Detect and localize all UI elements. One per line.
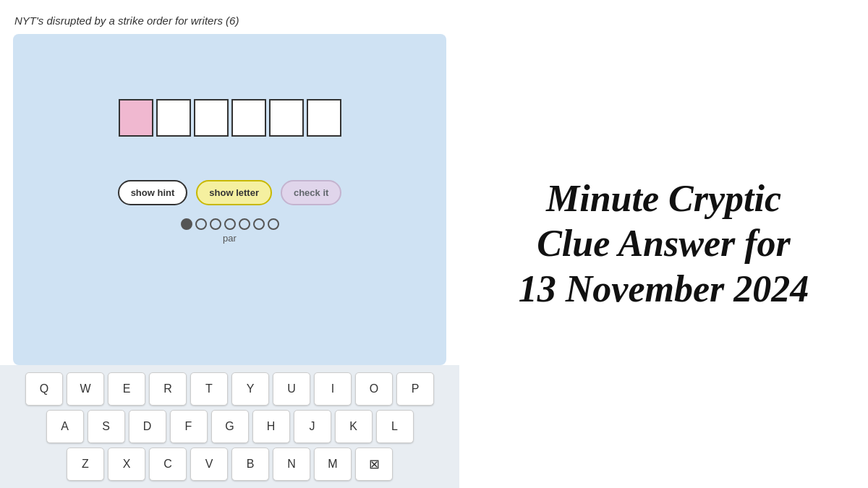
- circle-5: [239, 218, 250, 230]
- key-d[interactable]: D: [129, 410, 166, 443]
- show-letter-button[interactable]: show letter: [196, 180, 272, 205]
- letter-box-4[interactable]: [231, 99, 266, 137]
- game-area: show hint show letter check it par: [13, 34, 446, 365]
- progress-row: par: [181, 218, 279, 244]
- circle-3: [210, 218, 221, 230]
- buttons-row: show hint show letter check it: [118, 180, 342, 205]
- letter-box-5[interactable]: [269, 99, 304, 137]
- key-i[interactable]: I: [314, 372, 352, 406]
- keyboard: Q W E R T Y U I O P A S D F G H J K L Z …: [0, 365, 459, 488]
- letter-box-1[interactable]: [119, 99, 153, 137]
- left-panel: NYT's disrupted by a strike order for wr…: [0, 0, 459, 488]
- key-y[interactable]: Y: [231, 372, 269, 406]
- letter-box-6[interactable]: [307, 99, 341, 137]
- key-l[interactable]: L: [376, 410, 414, 443]
- backspace-key[interactable]: ⊠: [355, 448, 393, 481]
- circle-6: [253, 218, 265, 230]
- key-f[interactable]: F: [170, 410, 208, 443]
- key-v[interactable]: V: [190, 448, 228, 481]
- circle-2: [195, 218, 207, 230]
- headline-line2: Clue Answer for: [537, 223, 791, 264]
- right-panel: Minute Cryptic Clue Answer for 13 Novemb…: [459, 0, 868, 488]
- circle-1: [181, 218, 192, 230]
- key-z[interactable]: Z: [67, 448, 104, 481]
- keyboard-row-1: Q W E R T Y U I O P: [4, 372, 456, 406]
- key-b[interactable]: B: [231, 448, 269, 481]
- headline: Minute Cryptic Clue Answer for 13 Novemb…: [519, 176, 809, 312]
- headline-line1: Minute Cryptic: [546, 178, 781, 219]
- check-it-button[interactable]: check it: [281, 180, 341, 205]
- key-g[interactable]: G: [211, 410, 249, 443]
- headline-line3: 13 November 2024: [519, 268, 809, 309]
- key-o[interactable]: O: [355, 372, 393, 406]
- circle-4: [224, 218, 236, 230]
- key-a[interactable]: A: [46, 410, 84, 443]
- key-u[interactable]: U: [273, 372, 310, 406]
- key-h[interactable]: H: [252, 410, 290, 443]
- key-s[interactable]: S: [88, 410, 125, 443]
- keyboard-row-2: A S D F G H J K L: [4, 410, 456, 443]
- circles: [181, 218, 279, 230]
- key-w[interactable]: W: [67, 372, 104, 406]
- key-t[interactable]: T: [190, 372, 228, 406]
- key-x[interactable]: X: [108, 448, 145, 481]
- key-n[interactable]: N: [273, 448, 310, 481]
- key-j[interactable]: J: [294, 410, 331, 443]
- keyboard-row-3: Z X C V B N M ⊠: [4, 448, 456, 481]
- key-c[interactable]: C: [149, 448, 187, 481]
- key-q[interactable]: Q: [25, 372, 63, 406]
- letter-box-2[interactable]: [156, 99, 191, 137]
- circle-7: [268, 218, 279, 230]
- key-k[interactable]: K: [335, 410, 373, 443]
- letter-box-3[interactable]: [194, 99, 229, 137]
- letter-boxes: [119, 99, 341, 137]
- par-label: par: [223, 233, 237, 244]
- key-m[interactable]: M: [314, 448, 352, 481]
- key-r[interactable]: R: [149, 372, 187, 406]
- clue-text: NYT's disrupted by a strike order for wr…: [0, 7, 459, 34]
- key-e[interactable]: E: [108, 372, 145, 406]
- show-hint-button[interactable]: show hint: [118, 180, 188, 205]
- key-p[interactable]: P: [396, 372, 434, 406]
